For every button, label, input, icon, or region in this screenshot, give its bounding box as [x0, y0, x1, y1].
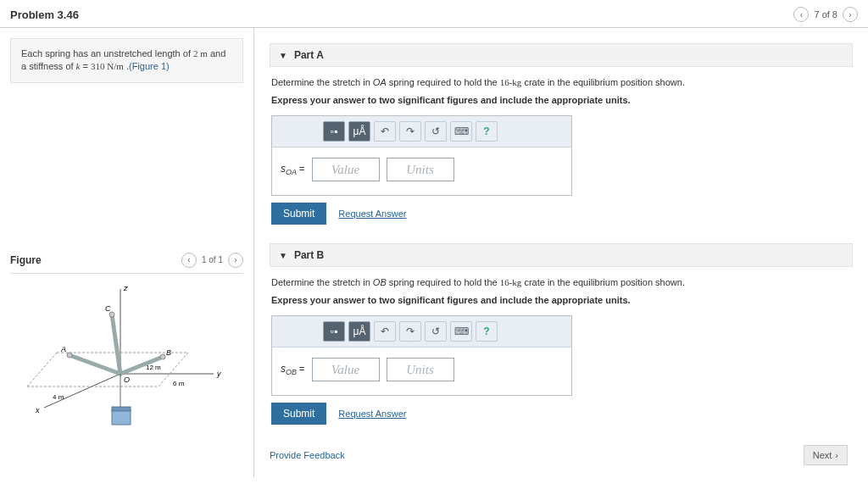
special-chars-button[interactable]: μÅ [348, 121, 370, 142]
figure-diagram: z x y C A B O 12 m 6 m 4 m [10, 281, 231, 433]
provide-feedback-link[interactable]: Provide Feedback [270, 450, 345, 460]
svg-text:B: B [166, 348, 171, 357]
part-b-header[interactable]: ▼ Part B [270, 243, 853, 267]
part-a-request-answer-link[interactable]: Request Answer [338, 207, 406, 221]
redo-button[interactable]: ↷ [399, 321, 421, 342]
figure-prev-button[interactable]: ‹ [181, 253, 197, 268]
special-chars-button[interactable]: μÅ [348, 321, 370, 342]
templates-button[interactable]: ▫▪ [323, 321, 345, 342]
part-a-value-input[interactable]: Value [312, 158, 380, 181]
svg-text:y: y [216, 370, 221, 378]
part-a-answer-box: ▫▪ μÅ ↶ ↷ ↺ ⌨ ? sOA = Value Units [271, 115, 572, 196]
svg-line-7 [70, 355, 120, 374]
part-a-prompt: Determine the stretch in OA spring requi… [271, 75, 851, 90]
part-b-variable: sOB = [281, 361, 305, 379]
svg-line-9 [112, 314, 120, 374]
svg-rect-11 [112, 409, 131, 425]
part-b-value-input[interactable]: Value [312, 358, 380, 381]
undo-button[interactable]: ↶ [374, 321, 396, 342]
pager-text: 7 of 8 [814, 9, 837, 19]
part-a-header[interactable]: ▼ Part A [270, 43, 853, 67]
svg-point-24 [160, 354, 165, 359]
chevron-right-icon: › [835, 450, 838, 460]
svg-line-4 [27, 353, 57, 387]
part-a-instruction: Express your answer to two significant f… [271, 93, 851, 108]
part-b-prompt: Determine the stretch in OB spring requi… [271, 275, 851, 290]
part-a-submit-button[interactable]: Submit [271, 203, 326, 225]
undo-button[interactable]: ↶ [374, 121, 396, 142]
caret-down-icon: ▼ [279, 251, 287, 260]
svg-text:C: C [105, 304, 111, 313]
problem-pager: ‹ 7 of 8 › [793, 7, 858, 22]
figure-title: Figure [10, 254, 42, 266]
svg-rect-12 [112, 407, 131, 411]
reset-button[interactable]: ↺ [425, 321, 447, 342]
reset-button[interactable]: ↺ [425, 121, 447, 142]
part-b-answer-box: ▫▪ μÅ ↶ ↷ ↺ ⌨ ? sOB = Value Units [271, 315, 572, 396]
figure-next-button[interactable]: › [228, 253, 243, 268]
svg-text:6 m: 6 m [173, 380, 185, 387]
part-a-variable: sOA = [281, 161, 305, 179]
problem-intro: Each spring has an unstretched length of… [10, 38, 243, 83]
figure-pager: ‹ 1 of 1 › [181, 253, 243, 268]
svg-point-25 [109, 312, 114, 317]
templates-button[interactable]: ▫▪ [323, 121, 345, 142]
svg-line-2 [44, 374, 120, 408]
keyboard-button[interactable]: ⌨ [450, 321, 472, 342]
part-b-submit-button[interactable]: Submit [271, 403, 326, 425]
part-a-units-input[interactable]: Units [387, 158, 454, 181]
svg-text:z: z [123, 284, 128, 292]
svg-text:A: A [60, 345, 66, 353]
redo-button[interactable]: ↷ [399, 121, 421, 142]
svg-text:12 m: 12 m [146, 364, 161, 371]
svg-text:x: x [35, 406, 40, 414]
svg-point-23 [67, 353, 72, 358]
part-b-units-input[interactable]: Units [387, 358, 454, 381]
next-problem-button[interactable]: › [843, 7, 858, 22]
svg-text:4 m: 4 m [53, 393, 64, 401]
help-button[interactable]: ? [476, 121, 498, 142]
caret-down-icon: ▼ [279, 51, 287, 60]
next-button[interactable]: Next› [804, 445, 848, 465]
part-b-instruction: Express your answer to two significant f… [271, 293, 851, 308]
figure-link[interactable]: (Figure 1) [129, 61, 170, 71]
svg-text:O: O [124, 375, 130, 384]
keyboard-button[interactable]: ⌨ [450, 121, 472, 142]
prev-problem-button[interactable]: ‹ [793, 7, 809, 22]
part-b-request-answer-link[interactable]: Request Answer [338, 407, 406, 421]
help-button[interactable]: ? [476, 321, 498, 342]
problem-title: Problem 3.46 [10, 8, 79, 21]
